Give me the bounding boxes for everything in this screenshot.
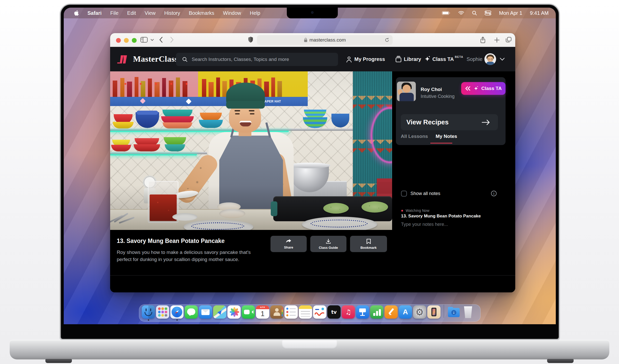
user-name[interactable]: Sophie — [467, 56, 482, 62]
dock-icon-keynote[interactable] — [356, 305, 369, 321]
nav-library[interactable]: Library — [404, 56, 421, 62]
running-indicator — [148, 319, 149, 321]
dock-icon-numbers[interactable] — [370, 305, 383, 321]
iphone-screen — [432, 309, 435, 315]
back-button[interactable] — [159, 36, 163, 43]
contact-silhouette — [275, 308, 279, 312]
menu-bar-time[interactable]: 9:41 AM — [530, 10, 549, 16]
menu-item-help[interactable]: Help — [250, 10, 260, 16]
menu-item-window[interactable]: Window — [223, 10, 241, 16]
bookmark-button[interactable]: Bookmark — [350, 236, 387, 252]
download-arrow-glyph: ↓ — [451, 310, 456, 315]
share-button[interactable]: Share — [270, 236, 307, 252]
class-ta-button[interactable]: Class TA — [461, 82, 506, 95]
nav-class-ta[interactable]: Class TA — [432, 56, 454, 62]
masterclass-logo-icon[interactable] — [117, 54, 130, 65]
dock-icon-reminders[interactable] — [285, 305, 298, 321]
instructor-class-name: Intuitive Cooking — [421, 94, 455, 99]
wifi-icon[interactable] — [458, 11, 464, 15]
user-avatar[interactable] — [484, 53, 496, 65]
dock-icon-system-settings[interactable]: ⚙ — [413, 305, 426, 321]
menu-item-view[interactable]: View — [145, 10, 156, 16]
address-bar[interactable]: masterclass.com — [257, 35, 393, 45]
sparkle-icon — [424, 55, 431, 62]
dock-icon-tv[interactable]: tv — [327, 305, 341, 321]
numbers-bar — [373, 313, 375, 316]
privacy-shield-icon[interactable] — [248, 36, 253, 43]
view-recipes-label: View Recipes — [406, 118, 449, 126]
view-recipes-button[interactable]: View Recipes — [401, 114, 498, 130]
dock-icon-app-store[interactable]: A — [399, 305, 412, 321]
instructor-name: Roy Choi — [421, 87, 442, 92]
tab-overview-icon[interactable] — [505, 36, 512, 43]
calendar-day: 1 — [256, 309, 269, 319]
search-icon[interactable] — [472, 10, 477, 16]
menu-item-bookmarks[interactable]: Bookmarks — [189, 10, 214, 16]
dock-icon-photos[interactable] — [227, 305, 241, 321]
reload-icon[interactable] — [384, 37, 390, 43]
close-window-button[interactable] — [116, 38, 121, 43]
battery-icon[interactable] — [442, 11, 450, 15]
account-chevron-icon[interactable] — [500, 58, 505, 61]
show-all-notes-label[interactable]: Show all notes — [410, 191, 440, 196]
site-search-bar[interactable] — [176, 53, 338, 66]
share-icon[interactable] — [480, 36, 486, 44]
search-input[interactable] — [192, 57, 324, 62]
beta-badge: BETA — [455, 55, 463, 58]
dock-icon-launchpad[interactable] — [156, 305, 169, 321]
dock-icon-freeform[interactable] — [313, 305, 326, 321]
show-all-notes-checkbox[interactable] — [401, 191, 407, 197]
apple-menu-icon[interactable] — [74, 10, 79, 16]
dock-icon-calendar[interactable]: APR 1 — [256, 305, 269, 321]
url-text: masterclass.com — [310, 37, 346, 43]
zoom-window-button[interactable] — [132, 38, 137, 43]
control-center-icon[interactable] — [485, 11, 491, 15]
forward-button[interactable] — [170, 36, 174, 43]
dock-icon-mail[interactable] — [199, 305, 212, 321]
dock-icon-music[interactable]: ♫ — [342, 305, 355, 321]
watching-now-row: Watching Now — [401, 209, 429, 213]
share-icon — [286, 239, 291, 244]
menu-item-edit[interactable]: Edit — [127, 10, 136, 16]
lesson-video-player[interactable]: PAPER HAT — [110, 71, 392, 230]
chevron-down-icon[interactable] — [150, 39, 154, 41]
tab-my-notes[interactable]: My Notes — [436, 134, 457, 139]
dock-divider — [444, 305, 444, 318]
minimize-window-button[interactable] — [124, 38, 129, 43]
dock-icon-maps[interactable] — [213, 305, 226, 321]
dock-icon-pages[interactable] — [384, 305, 398, 321]
message-bubble-tail — [187, 314, 192, 318]
sidebar-icon[interactable] — [140, 36, 148, 43]
avatar-body — [486, 62, 494, 65]
dock-icon-iphone-mirroring[interactable] — [427, 305, 441, 321]
notes-input[interactable] — [401, 222, 503, 237]
contacts-tabs — [282, 307, 283, 317]
dock-icon-downloads[interactable]: ↓ — [447, 305, 460, 321]
dock-icon-contacts[interactable] — [270, 305, 283, 321]
dock-icon-trash[interactable] — [461, 305, 475, 321]
info-icon[interactable]: i — [491, 191, 497, 196]
thumb-face — [403, 85, 411, 93]
finder-eye — [146, 308, 147, 311]
new-tab-icon[interactable] — [494, 37, 500, 43]
nav-my-progress[interactable]: My Progress — [354, 56, 385, 62]
dock-icon-finder[interactable] — [142, 305, 155, 321]
show-all-notes-row: Show all notes — [401, 191, 440, 197]
tab-all-lessons[interactable]: All Lessons — [401, 134, 428, 139]
menu-item-safari[interactable]: Safari — [87, 10, 102, 16]
numbers-bar — [376, 311, 378, 316]
share-label: Share — [284, 245, 293, 249]
class-guide-button[interactable]: Class Guide — [310, 236, 346, 252]
dock-icon-notes[interactable] — [299, 305, 312, 321]
menu-bar-date[interactable]: Mon Apr 1 — [499, 10, 522, 16]
dock-icon-messages[interactable] — [185, 305, 198, 321]
menu-item-history[interactable]: History — [164, 10, 180, 16]
macbook-screen: Safari File Edit View History Bookmarks … — [60, 4, 560, 340]
masterclass-wordmark[interactable]: MasterClass — [133, 54, 178, 64]
dock-icon-facetime[interactable] — [242, 305, 255, 321]
menu-item-file[interactable]: File — [110, 10, 119, 16]
dock-icon-safari[interactable] — [170, 305, 184, 321]
current-lesson-title: 13. Savory Mung Bean Potato Pancake — [401, 214, 481, 219]
macbook-base — [10, 340, 609, 359]
display-notch — [287, 8, 338, 18]
